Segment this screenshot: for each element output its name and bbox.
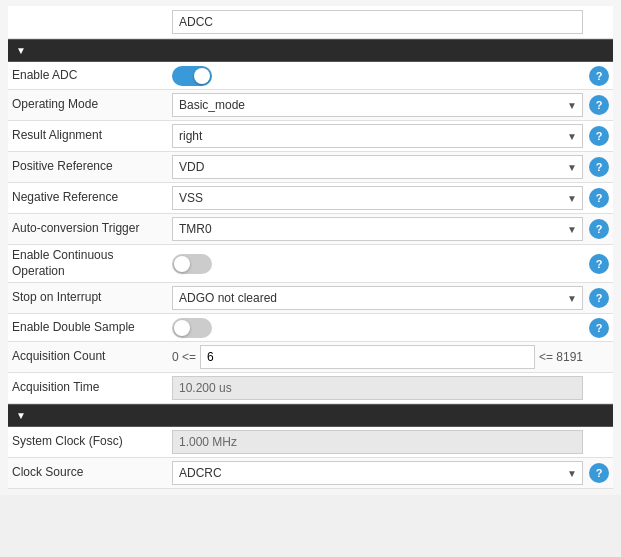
control-stop-on-interrupt: ADGO not clearedADGO cleared▼ [172,286,583,310]
toggle-thumb-enable-continuous-operation [174,256,190,272]
label-enable-continuous-operation: Enable ContinuousOperation [12,248,172,279]
select-auto-conversion-trigger[interactable]: TMR0TMR1TMR2TMR3Software [172,217,583,241]
help-icon-negative-reference[interactable]: ? [589,188,609,208]
label-negative-reference: Negative Reference [12,190,172,206]
row-acquisition-count: Acquisition Count0 <=<= 8191 [8,342,613,373]
help-icon-auto-conversion-trigger[interactable]: ? [589,219,609,239]
select-wrapper-operating-mode: Basic_modeBurst_modeBurst_Average_modeCo… [172,93,583,117]
row-enable-adc: Enable ADC? [8,62,613,90]
label-auto-conversion-trigger: Auto-conversion Trigger [12,221,172,237]
row-positive-reference: Positive ReferenceVDDFVRExternal▼? [8,152,613,183]
row-clock-source: Clock SourceADCRCFOSC/2FOSC/4FOSC/8FOSC/… [8,458,613,489]
select-wrapper-positive-reference: VDDFVRExternal▼ [172,155,583,179]
row-acquisition-time: Acquisition Time [8,373,613,404]
help-icon-stop-on-interrupt[interactable]: ? [589,288,609,308]
help-icon-result-alignment[interactable]: ? [589,126,609,146]
label-system-clock: System Clock (Fosc) [12,434,172,450]
acq-count-input[interactable] [200,345,535,369]
select-positive-reference[interactable]: VDDFVRExternal [172,155,583,179]
control-positive-reference: VDDFVRExternal▼ [172,155,583,179]
help-icon-clock-source[interactable]: ? [589,463,609,483]
readonly-acquisition-time [172,376,583,400]
control-enable-double-sample [172,318,583,338]
label-clock-source: Clock Source [12,465,172,481]
label-operating-mode: Operating Mode [12,97,172,113]
adc-clock-arrow: ▼ [16,410,26,421]
row-stop-on-interrupt: Stop on InterruptADGO not clearedADGO cl… [8,283,613,314]
control-result-alignment: rightleft▼ [172,124,583,148]
help-icon-enable-continuous-operation[interactable]: ? [589,254,609,274]
adc-clock-body: System Clock (Fosc)Clock SourceADCRCFOSC… [8,427,613,489]
toggle-track-enable-double-sample [172,318,212,338]
label-acquisition-count: Acquisition Count [12,349,172,365]
help-icon-positive-reference[interactable]: ? [589,157,609,177]
select-wrapper-auto-conversion-trigger: TMR0TMR1TMR2TMR3Software▼ [172,217,583,241]
label-enable-double-sample: Enable Double Sample [12,320,172,336]
control-auto-conversion-trigger: TMR0TMR1TMR2TMR3Software▼ [172,217,583,241]
help-icon-operating-mode[interactable]: ? [589,95,609,115]
toggle-track-enable-adc [172,66,212,86]
control-negative-reference: VSSFVRExternal▼ [172,186,583,210]
control-clock-source: ADCRCFOSC/2FOSC/4FOSC/8FOSC/16FOSC/32FOS… [172,461,583,485]
adc-clock-header[interactable]: ▼ [8,404,613,427]
row-enable-double-sample: Enable Double Sample? [8,314,613,342]
control-operating-mode: Basic_modeBurst_modeBurst_Average_modeCo… [172,93,583,117]
custom-name-control [172,10,583,34]
row-negative-reference: Negative ReferenceVSSFVRExternal▼? [8,183,613,214]
label-acquisition-time: Acquisition Time [12,380,172,396]
custom-name-input[interactable] [172,10,583,34]
control-system-clock [172,430,583,454]
help-icon-enable-adc[interactable]: ? [589,66,609,86]
select-clock-source[interactable]: ADCRCFOSC/2FOSC/4FOSC/8FOSC/16FOSC/32FOS… [172,461,583,485]
row-result-alignment: Result Alignmentrightleft▼? [8,121,613,152]
hardware-settings-arrow: ▼ [16,45,26,56]
acq-count-control: 0 <=<= 8191 [172,345,583,369]
help-icon-enable-double-sample[interactable]: ? [589,318,609,338]
toggle-enable-adc[interactable] [172,66,212,86]
select-negative-reference[interactable]: VSSFVRExternal [172,186,583,210]
control-acquisition-count: 0 <=<= 8191 [172,345,583,369]
label-result-alignment: Result Alignment [12,128,172,144]
toggle-track-enable-continuous-operation [172,254,212,274]
select-stop-on-interrupt[interactable]: ADGO not clearedADGO cleared [172,286,583,310]
select-operating-mode[interactable]: Basic_modeBurst_modeBurst_Average_modeCo… [172,93,583,117]
row-auto-conversion-trigger: Auto-conversion TriggerTMR0TMR1TMR2TMR3S… [8,214,613,245]
readonly-system-clock [172,430,583,454]
hardware-settings-body: Enable ADC?Operating ModeBasic_modeBurst… [8,62,613,404]
toggle-enable-double-sample[interactable] [172,318,212,338]
row-system-clock: System Clock (Fosc) [8,427,613,458]
toggle-thumb-enable-adc [194,68,210,84]
select-wrapper-stop-on-interrupt: ADGO not clearedADGO cleared▼ [172,286,583,310]
control-enable-continuous-operation [172,254,583,274]
toggle-thumb-enable-double-sample [174,320,190,336]
select-result-alignment[interactable]: rightleft [172,124,583,148]
select-wrapper-clock-source: ADCRCFOSC/2FOSC/4FOSC/8FOSC/16FOSC/32FOS… [172,461,583,485]
row-operating-mode: Operating ModeBasic_modeBurst_modeBurst_… [8,90,613,121]
label-enable-adc: Enable ADC [12,68,172,84]
row-enable-continuous-operation: Enable ContinuousOperation? [8,245,613,283]
hardware-settings-header[interactable]: ▼ [8,39,613,62]
label-stop-on-interrupt: Stop on Interrupt [12,290,172,306]
label-positive-reference: Positive Reference [12,159,172,175]
control-enable-adc [172,66,583,86]
select-wrapper-result-alignment: rightleft▼ [172,124,583,148]
custom-name-row [8,6,613,39]
acq-prefix: 0 <= [172,350,196,364]
toggle-enable-continuous-operation[interactable] [172,254,212,274]
acq-suffix: <= 8191 [539,350,583,364]
control-acquisition-time [172,376,583,400]
select-wrapper-negative-reference: VSSFVRExternal▼ [172,186,583,210]
settings-page: ▼ Enable ADC?Operating ModeBasic_modeBur… [0,0,621,495]
